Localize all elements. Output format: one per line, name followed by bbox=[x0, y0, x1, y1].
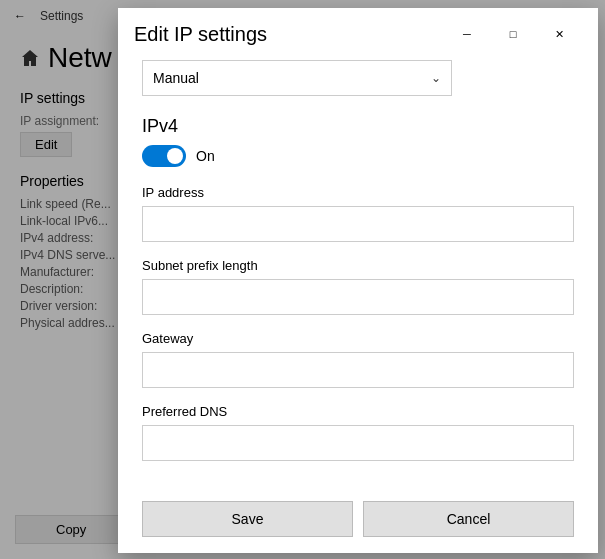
edit-ip-settings-modal: Edit IP settings ─ □ ✕ Manual ⌄ IPv4 On … bbox=[118, 8, 598, 553]
minimize-button[interactable]: ─ bbox=[444, 18, 490, 50]
preferred-dns-label: Preferred DNS bbox=[142, 404, 574, 419]
toggle-on-label: On bbox=[196, 148, 215, 164]
cancel-button[interactable]: Cancel bbox=[363, 501, 574, 537]
gateway-label: Gateway bbox=[142, 331, 574, 346]
ip-address-input[interactable] bbox=[142, 206, 574, 242]
modal-body: Manual ⌄ IPv4 On IP address Subnet prefi… bbox=[118, 56, 598, 491]
toggle-thumb bbox=[167, 148, 183, 164]
window-controls: ─ □ ✕ bbox=[444, 18, 582, 50]
ipv4-section-heading: IPv4 bbox=[142, 116, 574, 137]
subnet-input[interactable] bbox=[142, 279, 574, 315]
ip-mode-dropdown[interactable]: Manual ⌄ bbox=[142, 60, 452, 96]
subnet-label: Subnet prefix length bbox=[142, 258, 574, 273]
chevron-down-icon: ⌄ bbox=[431, 71, 441, 85]
preferred-dns-input[interactable] bbox=[142, 425, 574, 461]
gateway-input[interactable] bbox=[142, 352, 574, 388]
save-button[interactable]: Save bbox=[142, 501, 353, 537]
modal-footer: Save Cancel bbox=[118, 491, 598, 553]
dropdown-container: Manual ⌄ bbox=[142, 60, 574, 96]
close-button[interactable]: ✕ bbox=[536, 18, 582, 50]
ipv4-toggle-row: On bbox=[142, 145, 574, 167]
modal-title-bar: Edit IP settings ─ □ ✕ bbox=[118, 8, 598, 56]
ipv4-toggle[interactable] bbox=[142, 145, 186, 167]
dropdown-value: Manual bbox=[153, 70, 199, 86]
modal-title: Edit IP settings bbox=[134, 23, 267, 46]
maximize-button[interactable]: □ bbox=[490, 18, 536, 50]
ip-address-label: IP address bbox=[142, 185, 574, 200]
